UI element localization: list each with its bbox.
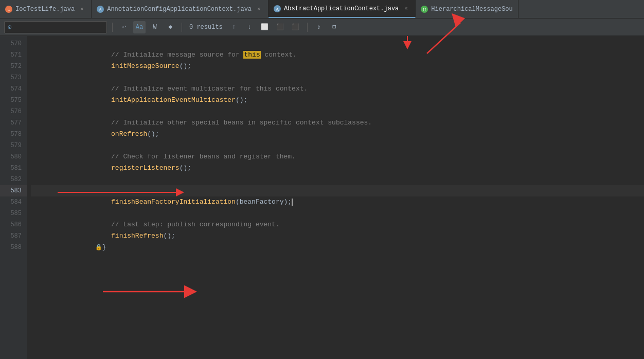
- filter-button[interactable]: ⊟: [328, 21, 341, 33]
- line-num-583: 583: [0, 185, 27, 196]
- code-line-582: // Instantiate all remaining (non-lazy-i…: [31, 174, 644, 185]
- line-num-582: 582: [0, 174, 27, 185]
- line-num-570: 570: [0, 38, 27, 49]
- expand-button[interactable]: ⇕: [313, 21, 325, 33]
- tab-icon-iocTestLife: C: [5, 6, 12, 13]
- search-input-wrap[interactable]: ⊙: [4, 21, 107, 33]
- code-line-570: // Initialize message source for this co…: [31, 38, 644, 49]
- search-divider3: [307, 23, 308, 32]
- line-num-576: 576: [0, 106, 27, 117]
- ide-window: C IocTestLife.java × A AnnotationConfigA…: [0, 0, 644, 359]
- code-line-571: initMessageSource();: [31, 49, 644, 61]
- results-count: 0 results: [187, 24, 225, 31]
- line-num-588: 588: [0, 242, 27, 253]
- match-case-button[interactable]: Aa: [133, 21, 146, 33]
- search-divider2: [182, 23, 182, 32]
- code-line-587: 🔒}: [31, 230, 644, 242]
- line-num-580: 580: [0, 151, 27, 163]
- tab-icon-annotationConfig: A: [97, 6, 104, 13]
- line-numbers: 570 571 572 573 574 575 576 577 578 579 …: [0, 36, 27, 359]
- tab-icon-abstractApp: A: [274, 5, 281, 12]
- tab-label-hierarchical: HierarchicalMessageSou: [431, 6, 512, 13]
- line-num-587: 587: [0, 230, 27, 242]
- line-num-575: 575: [0, 95, 27, 106]
- tab-label-abstractApp: AbstractApplicationContext.java: [284, 5, 399, 12]
- tab-close-abstractApp[interactable]: ×: [402, 5, 410, 13]
- line-num-581: 581: [0, 163, 27, 174]
- code-line-574: initApplicationEventMulticaster();: [31, 83, 644, 95]
- line-num-584: 584: [0, 196, 27, 208]
- code-line-584: [31, 196, 644, 208]
- regex-button[interactable]: ✱: [164, 21, 176, 33]
- code-line-572: [31, 61, 644, 72]
- line-num-574: 574: [0, 83, 27, 95]
- code-line-581: [31, 163, 644, 174]
- search-icon[interactable]: ⊙: [8, 23, 12, 31]
- prev-result-button[interactable]: ↑: [228, 21, 240, 33]
- tab-close-annotationConfig[interactable]: ×: [255, 5, 263, 13]
- search-bar: ⊙ ↩ Aa W ✱ 0 results ↑ ↓ ⬜ ⬛ ⬛ ⇕ ⊟: [0, 19, 644, 36]
- tab-annotationConfig[interactable]: A AnnotationConfigApplicationContext.jav…: [92, 0, 269, 18]
- code-line-585: // Last step: publish corresponding even…: [31, 208, 644, 219]
- code-line-573: // Initialize event multicaster for this…: [31, 72, 644, 83]
- code-line-580: registerListeners();: [31, 151, 644, 163]
- open-editor-button[interactable]: ⬜: [259, 21, 271, 33]
- code-line-575: [31, 95, 644, 106]
- line-num-577: 577: [0, 117, 27, 129]
- next-result-button[interactable]: ↓: [243, 21, 256, 33]
- undo-button[interactable]: ↩: [118, 21, 130, 33]
- svg-text:C: C: [8, 8, 10, 12]
- find-all-button[interactable]: ⬛: [274, 21, 287, 33]
- line-num-585: 585: [0, 208, 27, 219]
- line-num-579: 579: [0, 140, 27, 151]
- line-num-573: 573: [0, 72, 27, 83]
- svg-text:H: H: [423, 7, 426, 12]
- editor-area: 570 571 572 573 574 575 576 577 578 579 …: [0, 36, 644, 359]
- code-line-579: // Check for listener beans and register…: [31, 140, 644, 151]
- find-options-button[interactable]: ⬛: [290, 21, 302, 33]
- search-divider: [112, 23, 113, 32]
- code-line-577: onRefresh();: [31, 117, 644, 129]
- code-line-588: [31, 242, 644, 253]
- whole-word-button[interactable]: W: [149, 21, 161, 33]
- tab-iocTestLife[interactable]: C IocTestLife.java ×: [0, 0, 92, 18]
- code-line-583: finishBeanFactoryInitialization(beanFact…: [31, 185, 644, 196]
- svg-text:A: A: [276, 7, 279, 12]
- tab-label-annotationConfig: AnnotationConfigApplicationContext.java: [107, 6, 252, 13]
- tab-hierarchical[interactable]: H HierarchicalMessageSou: [416, 0, 518, 18]
- line-num-571: 571: [0, 49, 27, 61]
- code-line-576: // Initialize other special beans in spe…: [31, 106, 644, 117]
- tab-label-iocTestLife: IocTestLife.java: [15, 6, 75, 13]
- line-num-578: 578: [0, 129, 27, 140]
- line-num-586: 586: [0, 219, 27, 230]
- code-line-578: [31, 129, 644, 140]
- code-content[interactable]: // Initialize message source for this co…: [27, 36, 644, 359]
- tab-close-iocTestLife[interactable]: ×: [78, 5, 86, 13]
- tab-abstractApp[interactable]: A AbstractApplicationContext.java ×: [269, 0, 416, 18]
- line-num-572: 572: [0, 61, 27, 72]
- tab-icon-hierarchical: H: [421, 6, 428, 13]
- code-line-586: finishRefresh();: [31, 219, 644, 230]
- svg-text:A: A: [99, 7, 102, 12]
- tab-bar: C IocTestLife.java × A AnnotationConfigA…: [0, 0, 644, 19]
